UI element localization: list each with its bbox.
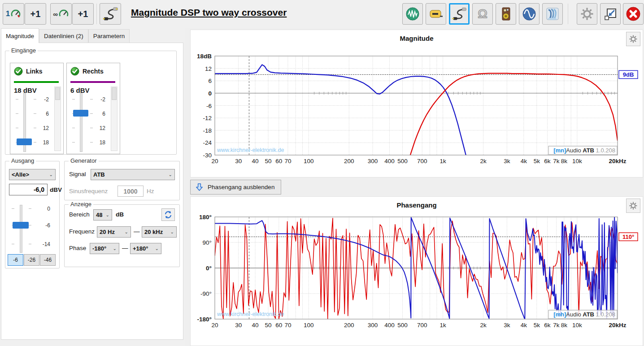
sinus-frequency-label: Sinusfrequenz: [69, 188, 108, 195]
toolbar-separator: [96, 4, 97, 24]
svg-text:700: 700: [417, 158, 427, 164]
svg-text:70: 70: [284, 158, 291, 164]
magnitude-chart-settings-button[interactable]: [626, 32, 640, 46]
svg-text:40: 40: [252, 322, 259, 329]
svg-text:4k: 4k: [521, 158, 527, 164]
cable-crossover-button[interactable]: [449, 3, 470, 25]
svg-text:5k: 5k: [534, 322, 540, 329]
phase-chart-title: Phasengang: [191, 201, 643, 209]
svg-text:10k: 10k: [572, 158, 582, 164]
svg-text:-24: -24: [203, 139, 212, 146]
phase-to-select[interactable]: +180°⌄: [130, 243, 161, 254]
svg-text:90°: 90°: [203, 239, 212, 246]
speaker-button[interactable]: [496, 3, 516, 25]
hide-phase-label: Phasengang ausblenden: [208, 184, 274, 190]
cable-icon: [102, 5, 119, 22]
bereich-select[interactable]: 48⌄: [93, 209, 112, 221]
ausgang-legend: Ausgang: [9, 157, 36, 164]
phase-plot[interactable]: 180°90°0°-90°-180°2030405060701002003004…: [191, 197, 642, 345]
svg-text:70: 70: [284, 322, 291, 329]
output-select[interactable]: <Alle>⌄: [9, 169, 56, 180]
measure-tool-button[interactable]: [426, 3, 446, 25]
svg-text:2k: 2k: [480, 322, 487, 329]
bereich-label: Bereich: [69, 211, 90, 218]
channel-color-bar: [70, 81, 115, 83]
sine-wave-icon: [522, 6, 537, 22]
svg-text:www.kirchner-elektronik.de: www.kirchner-elektronik.de: [217, 311, 284, 317]
svg-text:-18: -18: [203, 127, 212, 134]
cable-connection-button[interactable]: [100, 3, 121, 25]
chevron-down-icon: ⌄: [113, 246, 117, 251]
gauge-icon: [10, 9, 21, 19]
channel-scrollbar[interactable]: [111, 86, 117, 151]
level-slider-track[interactable]: [80, 93, 83, 152]
svg-text:60: 60: [275, 158, 282, 164]
anzeige-group: Anzeige Bereich 48⌄ dB Frequenz 20 Hz⌄ —: [64, 204, 180, 267]
impedance-button[interactable]: Ω: [472, 3, 493, 25]
preset-minus26-button[interactable]: -26: [24, 254, 39, 266]
chevron-down-icon: ⌄: [169, 172, 172, 177]
signal-select[interactable]: ATB⌄: [91, 169, 175, 180]
tape-measure-icon: [428, 6, 444, 22]
infinity-label: ∞: [53, 10, 58, 18]
tab-datenlinien[interactable]: Datenlinien (2): [39, 29, 88, 43]
channel-scrollbar[interactable]: [54, 86, 61, 151]
tab-magnitude[interactable]: Magnitude: [1, 28, 39, 43]
level-slider-handle-links[interactable]: [17, 138, 32, 145]
toolbar: 1 +1 ∞ +1 Magnitude DSP two way crossove…: [0, 0, 644, 28]
preset-minus6-button[interactable]: -6: [8, 254, 23, 266]
frequency-from-select[interactable]: 20 Hz⌄: [97, 226, 131, 238]
svg-text:[mh]Audio ATB 1.0.208: [mh]Audio ATB 1.0.208: [553, 311, 615, 318]
channel-label: Links: [26, 68, 43, 75]
magnitude-plot[interactable]: 18dB1260-6-12-18-24-30203040506070100200…: [191, 30, 642, 176]
eingaenge-group: Eingänge Links 18 dBV -2: [5, 51, 177, 155]
svg-text:500: 500: [397, 322, 408, 329]
svg-text:8k: 8k: [561, 322, 568, 329]
channel-card-links: Links 18 dBV -2 6 12 18: [10, 63, 64, 154]
output-slider-handle[interactable]: [13, 222, 29, 229]
svg-text:100: 100: [304, 158, 314, 164]
export-button[interactable]: [600, 3, 621, 25]
svg-text:-6: -6: [206, 103, 212, 109]
sinus-frequency-input[interactable]: [117, 186, 144, 197]
sinus-unit-label: Hz: [147, 188, 154, 195]
output-level-input[interactable]: [9, 184, 48, 195]
eingaenge-legend: Eingänge: [9, 47, 38, 54]
phase-from-select[interactable]: -180°⌄: [90, 243, 119, 254]
svg-text:18dB: 18dB: [197, 53, 212, 60]
close-button[interactable]: [623, 3, 644, 25]
output-slider-track[interactable]: [20, 205, 22, 253]
tab-parametern[interactable]: Parametern: [88, 29, 130, 43]
frequency-to-select[interactable]: 20 kHz⌄: [142, 226, 177, 238]
svg-text:1k: 1k: [439, 322, 446, 329]
measure-continuous-button[interactable]: ∞: [50, 3, 72, 25]
preset-minus46-button[interactable]: -46: [40, 254, 56, 266]
signal-view-button[interactable]: [402, 3, 423, 25]
waterfall-button[interactable]: [542, 3, 563, 25]
svg-text:700: 700: [417, 322, 427, 329]
bereich-unit-label: dB: [116, 211, 124, 218]
check-icon: [14, 67, 23, 76]
chevron-down-icon: ⌄: [49, 172, 53, 177]
gear-icon: [580, 7, 594, 21]
measure-once-button[interactable]: 1: [3, 3, 24, 25]
plus-one-label: +1: [78, 9, 88, 19]
gear-icon: [629, 201, 638, 210]
svg-text:50: 50: [265, 322, 272, 329]
sine-generator-button[interactable]: [519, 3, 540, 25]
svg-text:180°: 180°: [199, 214, 212, 221]
level-slider-handle-rechts[interactable]: [73, 110, 88, 117]
hide-phase-button[interactable]: Phasengang ausblenden: [190, 180, 281, 195]
svg-text:3k: 3k: [504, 158, 510, 164]
add-one-measurement-button-2[interactable]: +1: [72, 3, 94, 25]
svg-text:3k: 3k: [504, 322, 510, 329]
refresh-icon: [164, 210, 173, 219]
settings-button[interactable]: [577, 3, 597, 25]
svg-text:400: 400: [384, 158, 395, 164]
phase-chart-settings-button[interactable]: [626, 199, 640, 213]
sidebar: Magnitude Datenlinien (2) Parametern Ein…: [0, 28, 185, 346]
add-one-measurement-button[interactable]: +1: [25, 3, 46, 25]
refresh-button[interactable]: [161, 208, 175, 221]
page-title: Magnitude DSP two way crossover: [131, 7, 287, 18]
svg-text:Ω: Ω: [478, 7, 487, 21]
